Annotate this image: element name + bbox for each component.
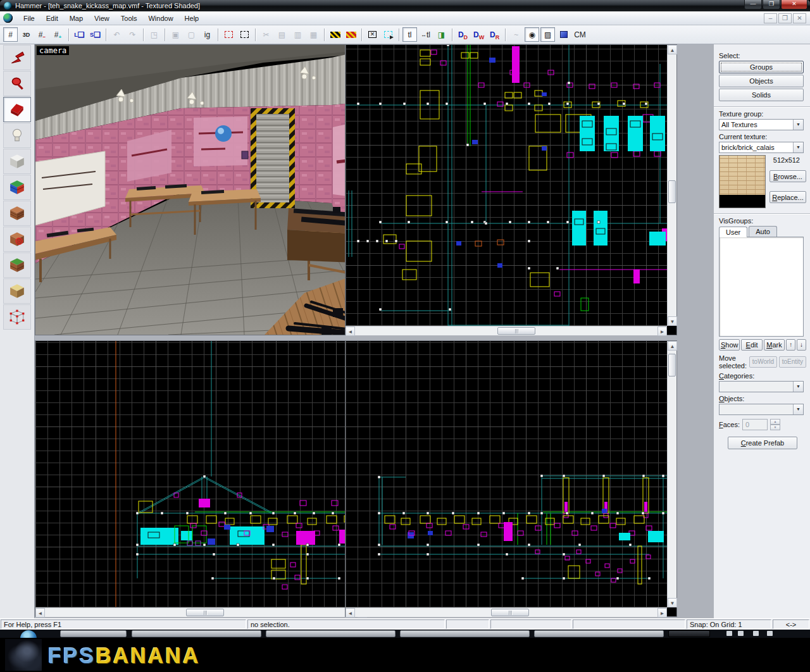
redo-button[interactable]: ↷	[125, 27, 140, 42]
scroll-down-button[interactable]: ▼	[668, 598, 677, 607]
camera-tool[interactable]	[3, 97, 31, 122]
ungroup-button[interactable]: ▢	[184, 27, 199, 42]
undo-button[interactable]: ↶	[109, 27, 124, 42]
current-texture-dropdown[interactable]: brick/brick_calais ▼	[719, 142, 804, 153]
texture-scale-lock-button[interactable]: ↔tl	[418, 27, 433, 42]
taskbar-button[interactable]	[534, 630, 664, 637]
texture-application-tool[interactable]	[3, 175, 31, 200]
selection-box-button[interactable]: ✕	[365, 27, 380, 42]
menu-file[interactable]: File	[18, 13, 40, 24]
select-solids-button[interactable]: Solids	[719, 89, 804, 101]
hide-selected-button[interactable]	[221, 27, 236, 42]
toggle-detail-objects-button[interactable]	[328, 27, 342, 42]
load-window-state-button[interactable]: L❏	[72, 27, 87, 42]
mdi-close-button[interactable]: ✕	[793, 13, 806, 23]
menu-view[interactable]: View	[89, 13, 115, 24]
squiggle-button[interactable]: ~	[509, 27, 523, 42]
paste-button[interactable]: ▥	[290, 27, 305, 42]
hide-unselected-button[interactable]	[237, 27, 252, 42]
scroll-right-button[interactable]: ►	[657, 327, 667, 336]
viewport-front[interactable]: ▲ ▼ ◄ ►	[35, 340, 377, 617]
texture-group-dropdown[interactable]: All Textures ▼	[719, 119, 804, 130]
cut-button[interactable]: ✂	[259, 27, 273, 42]
tray-icon[interactable]	[726, 631, 732, 636]
show-button[interactable]: Show	[719, 339, 740, 351]
taskbar-button[interactable]	[60, 630, 127, 637]
edit-button[interactable]: Edit	[741, 339, 762, 351]
texture-lock-button[interactable]: tl	[402, 27, 417, 42]
menu-window[interactable]: Window	[142, 13, 178, 24]
dr-button[interactable]: DR	[487, 27, 502, 42]
scroll-right-button[interactable]: ►	[657, 608, 667, 618]
taskbar-button[interactable]	[400, 630, 530, 637]
to-world-button[interactable]: toWorld	[749, 356, 776, 368]
apply-decals-tool[interactable]	[3, 227, 31, 252]
taskbar-button-active[interactable]	[668, 630, 710, 637]
taskbar-button[interactable]	[266, 630, 396, 637]
categories-dropdown[interactable]: ▼	[719, 381, 804, 392]
snap-to-grid-button[interactable]: #	[3, 27, 18, 42]
scroll-up-button[interactable]: ▲	[668, 341, 677, 351]
selection-tool[interactable]	[3, 45, 31, 70]
objects-dropdown[interactable]: ▼	[719, 404, 804, 415]
horizontal-scrollbar-thumb[interactable]	[497, 327, 535, 335]
menu-map[interactable]: Map	[64, 13, 89, 24]
smaller-grid-button[interactable]: #−	[35, 27, 49, 42]
scroll-left-button[interactable]: ◄	[346, 327, 355, 336]
horizontal-scrollbar-thumb[interactable]	[186, 609, 224, 616]
save-window-state-button[interactable]: S❏	[88, 27, 103, 42]
block-tool[interactable]	[3, 149, 31, 174]
clipping-tool[interactable]	[3, 278, 31, 304]
apply-current-texture-tool[interactable]	[3, 201, 31, 226]
horizontal-scrollbar-thumb[interactable]	[491, 609, 529, 616]
faces-input[interactable]: 0	[742, 419, 768, 430]
restore-button[interactable]: ❐	[763, 0, 780, 9]
start-button[interactable]	[20, 630, 37, 638]
select-mode-button[interactable]	[381, 27, 396, 42]
replace-button[interactable]: Replace...	[770, 191, 806, 203]
toggle-nodraw-faces-button[interactable]	[344, 27, 358, 42]
tray-icon[interactable]	[767, 631, 773, 636]
move-down-button[interactable]: ↓	[797, 339, 806, 351]
apply-overlays-tool[interactable]	[3, 252, 31, 278]
viewport-side[interactable]: ▲ ▼ ◄ ►	[345, 340, 677, 617]
viewport-top[interactable]: ▲ ▼ ◄ ►	[345, 44, 677, 335]
scroll-up-button[interactable]: ▲	[668, 45, 677, 54]
scroll-down-button[interactable]: ▼	[668, 316, 677, 326]
create-prefab-button[interactable]: Create Prefab	[728, 437, 797, 449]
vertical-scrollbar-thumb[interactable]	[668, 354, 676, 376]
minimize-button[interactable]: —	[744, 0, 762, 9]
close-button[interactable]: ✕	[781, 0, 807, 9]
blue-cube-button[interactable]	[556, 27, 571, 42]
browse-button[interactable]: Browse...	[770, 170, 806, 182]
flip-faces-button[interactable]: ◨	[434, 27, 449, 42]
group-button[interactable]: ▣	[168, 27, 183, 42]
carve-button[interactable]: ◳	[147, 27, 161, 42]
chevron-down-icon[interactable]: ▼	[793, 142, 803, 152]
menu-tools[interactable]: Tools	[115, 13, 143, 24]
dd-button[interactable]: DD	[456, 27, 470, 42]
cm-button[interactable]: CM	[572, 27, 588, 42]
tab-auto[interactable]: Auto	[749, 226, 777, 237]
tray-icon[interactable]	[738, 631, 744, 636]
tab-user[interactable]: User	[719, 227, 747, 237]
hatch-render-button[interactable]: ▨	[540, 27, 555, 42]
to-entity-button[interactable]: toEntity	[779, 356, 806, 368]
magnify-tool[interactable]	[3, 71, 31, 96]
larger-grid-button[interactable]: #+	[51, 27, 65, 42]
select-groups-button[interactable]: Groups	[719, 61, 804, 73]
scroll-left-button[interactable]: ◄	[35, 608, 45, 618]
dw-button[interactable]: DW	[471, 27, 486, 42]
toggle-3d-grid-button[interactable]: 3D	[19, 27, 34, 42]
viewport-3d[interactable]: camera	[35, 44, 377, 335]
select-objects-button[interactable]: Objects	[719, 75, 804, 87]
copy-button[interactable]: ▤	[275, 27, 289, 42]
vertical-scrollbar-thumb[interactable]	[668, 180, 676, 203]
chevron-down-icon[interactable]: ▼	[793, 120, 803, 130]
move-up-button[interactable]: ↑	[786, 339, 795, 351]
ignore-groups-button[interactable]: ig	[200, 27, 215, 42]
menu-help[interactable]: Help	[179, 13, 205, 24]
vertex-manipulation-tool[interactable]	[3, 304, 31, 330]
sphere-render-button[interactable]: ◉	[525, 27, 539, 42]
mdi-restore-button[interactable]: ❐	[778, 13, 792, 23]
